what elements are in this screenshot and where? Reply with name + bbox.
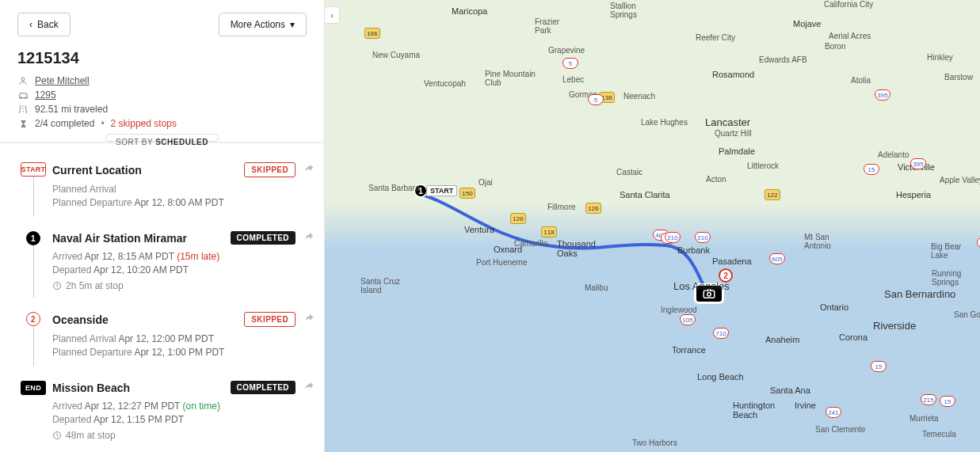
map-label: Rosamond: [712, 70, 754, 79]
share-icon[interactable]: [303, 381, 315, 394]
map-label: Ontario: [820, 302, 848, 312]
map-label: Reefer City: [696, 33, 735, 42]
map-label: Frazier Park: [535, 17, 559, 35]
route-shield: 126: [510, 213, 526, 224]
vehicle-meta: 1295: [17, 89, 307, 101]
status-badge: COMPLETED: [231, 231, 296, 245]
stop-marker: START: [21, 162, 46, 177]
progress-meta: 2/4 completed • 2 skipped stops: [17, 118, 307, 129]
map-label: Hinkley: [927, 53, 953, 62]
more-actions-button[interactable]: More Actions ▾: [219, 13, 307, 36]
map-label: Aerial Acres: [829, 32, 871, 40]
map-label: Running Springs: [932, 269, 961, 287]
interstate-shield: 395: [910, 158, 926, 169]
map-label: Port Hueneme: [476, 258, 527, 267]
share-icon[interactable]: [303, 231, 315, 245]
chevron-left-icon: ‹: [29, 19, 32, 30]
clock-icon: [52, 431, 62, 440]
map-label: Los Angeles: [673, 280, 730, 292]
stop-marker: END: [21, 381, 46, 395]
map-label: San Clemente: [815, 425, 865, 434]
clock-icon: [52, 281, 62, 291]
stop-detail-line: Planned Departure Apr 12, 1:00 PM PDT: [52, 347, 315, 358]
map-panel[interactable]: ‹ 1 START 2 Maricopa Frazier Park Stalli…: [325, 0, 980, 452]
map-label: Lebec: [562, 75, 584, 84]
route-shield: 122: [765, 189, 780, 200]
map-label: New Cuyama: [372, 51, 420, 59]
car-icon: [17, 90, 29, 101]
map-label: Maricopa: [452, 6, 487, 16]
stop-item[interactable]: 2OceansideSKIPPEDPlanned Arrival Apr 12,…: [14, 312, 315, 381]
map-label: Acton: [706, 175, 726, 184]
interstate-shield: 105: [680, 314, 696, 325]
map-label: Palmdale: [719, 146, 755, 156]
share-icon[interactable]: [303, 163, 315, 177]
map-label: Huntington Beach: [733, 401, 775, 420]
sort-value: SCHEDULED: [155, 138, 208, 146]
interstate-shield: 215: [921, 394, 936, 405]
stop-title: Naval Air Station Miramar: [52, 232, 223, 245]
map-label: Pasadena: [712, 256, 752, 266]
map-label: Barstow: [944, 73, 973, 82]
map-label: Santa Clarita: [620, 190, 670, 199]
route-id: 1215134: [17, 49, 307, 67]
map-label: Irvine: [795, 401, 816, 410]
map-label: Two Harbors: [632, 439, 677, 447]
skipped-text: 2 skipped stops: [111, 118, 177, 129]
sidebar: ‹ Back More Actions ▾ 1215134 Pete Mitch…: [0, 0, 325, 452]
sort-button[interactable]: SORT BY SCHEDULED: [105, 134, 219, 142]
map-label: Edwards AFB: [759, 55, 807, 64]
map-marker-start[interactable]: 1 START: [414, 184, 457, 198]
map-label: Burbank: [677, 245, 710, 255]
map-label: Temecula: [922, 430, 956, 439]
sort-prefix: SORT BY: [116, 138, 155, 146]
map-label: Grapevine: [548, 46, 585, 55]
svg-point-0: [21, 78, 25, 81]
interstate-shield: 605: [769, 253, 785, 264]
stop-detail-line: Planned Arrival: [52, 184, 315, 195]
map-label: Stallion Springs: [610, 2, 637, 19]
map-label: San Bernardino: [884, 288, 955, 300]
stop-detail-line: Departed Apr 12, 1:15 PM PDT: [52, 414, 315, 425]
map-canvas[interactable]: 1 START 2 Maricopa Frazier Park Stallion…: [325, 0, 980, 452]
map-label: Adelanto: [878, 150, 909, 159]
user-icon: [17, 76, 29, 85]
map-label: Long Beach: [697, 372, 744, 382]
stop-title: Current Location: [52, 164, 236, 177]
map-label: San Gorgoni: [954, 310, 980, 319]
back-label: Back: [37, 19, 59, 30]
map-label: Castaic: [616, 168, 643, 177]
stop-title: Mission Beach: [52, 382, 223, 394]
map-label: Pine Mountain Club: [485, 70, 536, 87]
vehicle-link[interactable]: 1295: [35, 89, 56, 101]
map-label: Mt San Antonio: [804, 233, 831, 250]
stop-duration: 48m at stop: [52, 430, 315, 441]
map-label: Santa Barbara: [368, 184, 420, 192]
svg-point-6: [707, 293, 711, 297]
map-label: California City: [824, 0, 873, 9]
map-label: Santa Ana: [770, 386, 810, 395]
map-label: Apple Valley: [940, 176, 980, 184]
route-shield: 118: [541, 226, 557, 237]
stop-item[interactable]: ENDMission BeachCOMPLETEDArrived Apr 12,…: [14, 381, 315, 452]
stop-item[interactable]: STARTCurrent LocationSKIPPEDPlanned Arri…: [14, 162, 315, 231]
caret-down-icon: ▾: [290, 19, 295, 30]
interstate-shield: 395: [875, 89, 890, 101]
back-button[interactable]: ‹ Back: [17, 13, 71, 36]
status-badge: COMPLETED: [231, 381, 296, 394]
stop-detail-line: Arrived Apr 12, 12:27 PM PDT (on time): [52, 401, 315, 412]
stop-detail-line: Departed Apr 12, 10:20 AM PDT: [52, 264, 315, 275]
map-label: Neenach: [623, 92, 655, 101]
driver-link[interactable]: Pete Mitchell: [35, 75, 90, 86]
map-label: Quartz Hill: [715, 129, 752, 138]
interstate-shield: 710: [713, 328, 729, 339]
stop-item[interactable]: 1Naval Air Station MiramarCOMPLETEDArriv…: [14, 231, 315, 312]
map-label: Big Bear Lake: [931, 242, 961, 260]
map-label: Fillmore: [547, 203, 576, 211]
stops-list[interactable]: STARTCurrent LocationSKIPPEDPlanned Arri…: [0, 143, 324, 452]
status-badge: SKIPPED: [244, 162, 296, 177]
route-line: [325, 0, 980, 452]
collapse-sidebar-button[interactable]: ‹: [324, 6, 340, 24]
stop-title: Oceanside: [52, 313, 236, 326]
share-icon[interactable]: [303, 313, 315, 326]
